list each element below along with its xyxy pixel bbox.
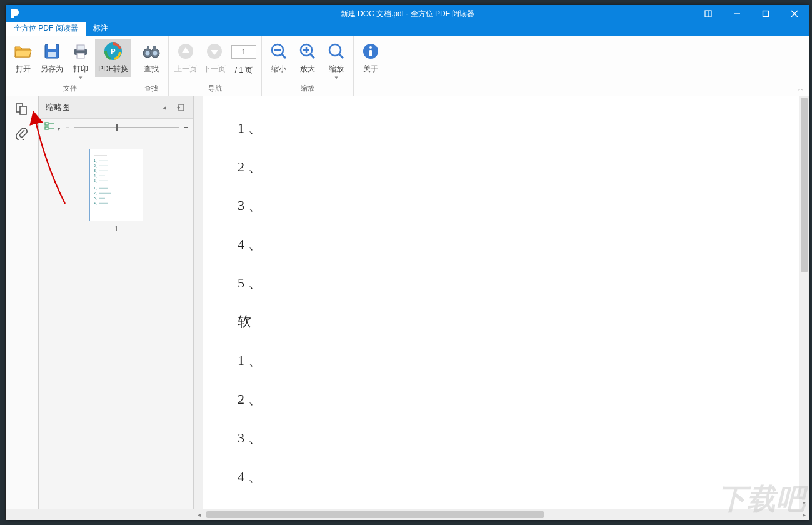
window-tabgroup-button[interactable] bbox=[694, 5, 723, 22]
svg-rect-38 bbox=[45, 127, 48, 129]
document-scroll-area[interactable]: 1、2、3、4、5、软1、2、3、4、软 bbox=[194, 96, 799, 509]
attachments-tab-icon[interactable] bbox=[15, 126, 30, 141]
file-group-label: 文件 bbox=[63, 82, 77, 96]
open-button[interactable]: 打开 bbox=[9, 39, 38, 77]
tab-annotate[interactable]: 标注 bbox=[86, 21, 116, 36]
pdf-convert-button[interactable]: P PDF转换 bbox=[95, 39, 131, 77]
ribbon-group-file: 打开 另存为 打印 ▼ P bbox=[6, 36, 134, 96]
window-minimize-button[interactable] bbox=[723, 5, 751, 22]
page-count-label: / 1 页 bbox=[235, 65, 253, 76]
main-area: 缩略图 ◂ ▾ − + ━━━━━━━ bbox=[6, 96, 809, 509]
panel-collapse-icon[interactable]: ◂ bbox=[158, 101, 171, 114]
ribbon-tabs: 全方位 PDF 阅读器 标注 bbox=[6, 22, 809, 36]
svg-rect-8 bbox=[48, 52, 56, 57]
thumbnail-page-1[interactable]: ━━━━━━━ 1、━━━2、━━━3、━━━4、━━5、━━━ 1、━━━2、… bbox=[89, 149, 143, 221]
thumbnail-title: 缩略图 bbox=[46, 102, 70, 113]
binoculars-icon bbox=[141, 41, 161, 61]
zoom-out-icon bbox=[269, 41, 289, 61]
page-number-control: / 1 页 bbox=[229, 39, 259, 78]
bottom-bar: ◂ ▸ bbox=[6, 509, 809, 520]
vertical-scrollbar[interactable]: ▾ bbox=[799, 96, 809, 509]
folder-open-icon bbox=[13, 41, 33, 61]
thumbnail-size-slider[interactable] bbox=[74, 127, 179, 128]
scroll-left-icon[interactable]: ◂ bbox=[194, 509, 204, 520]
svg-point-32 bbox=[369, 46, 372, 49]
thumb-zoom-out-icon[interactable]: − bbox=[65, 123, 69, 132]
next-page-label: 下一页 bbox=[203, 64, 226, 74]
document-line: 4、 bbox=[238, 458, 764, 496]
vertical-scroll-thumb[interactable] bbox=[801, 98, 808, 272]
svg-rect-10 bbox=[77, 45, 84, 50]
chevron-down-icon: ▼ bbox=[78, 77, 83, 79]
ribbon-toolbar: 打开 另存为 打印 ▼ P bbox=[6, 36, 809, 96]
slider-thumb[interactable] bbox=[116, 124, 118, 131]
svg-rect-16 bbox=[147, 46, 149, 50]
thumb-zoom-in-icon[interactable]: + bbox=[184, 123, 188, 132]
horizontal-scrollbar[interactable]: ◂ ▸ bbox=[194, 509, 809, 520]
save-as-label: 另存为 bbox=[41, 64, 63, 74]
arrow-up-icon bbox=[176, 41, 196, 61]
zoom-group-label: 缩放 bbox=[301, 82, 314, 96]
print-label: 打印 bbox=[73, 64, 88, 74]
document-line: 5、 bbox=[238, 264, 764, 302]
chevron-down-icon: ▼ bbox=[334, 77, 339, 79]
panel-pop-out-icon[interactable] bbox=[174, 101, 187, 114]
ribbon-group-nav: 上一页 下一页 / 1 页 导航 bbox=[169, 36, 262, 96]
ribbon-group-find: 查找 查找 bbox=[134, 36, 169, 96]
save-icon bbox=[42, 41, 62, 61]
horizontal-scroll-thumb[interactable] bbox=[206, 511, 544, 518]
thumbnail-panel-header: 缩略图 ◂ bbox=[39, 96, 193, 119]
convert-icon: P bbox=[103, 41, 123, 61]
window-title: 新建 DOC 文档.pdf - 全方位 PDF 阅读器 bbox=[341, 9, 475, 19]
svg-rect-7 bbox=[48, 44, 56, 49]
printer-icon bbox=[71, 41, 91, 61]
svg-rect-35 bbox=[20, 106, 26, 114]
thumbnail-options-icon[interactable]: ▾ bbox=[44, 122, 60, 132]
open-label: 打开 bbox=[16, 64, 31, 74]
svg-line-23 bbox=[281, 54, 286, 58]
document-line: 3、 bbox=[238, 419, 764, 458]
nav-group-label: 导航 bbox=[208, 82, 222, 96]
document-line: 1、 bbox=[238, 109, 764, 148]
page-number-input[interactable] bbox=[231, 45, 256, 59]
document-line: 2、 bbox=[238, 148, 764, 186]
zoom-out-button[interactable]: 缩小 bbox=[264, 39, 293, 77]
document-line: 2、 bbox=[238, 380, 764, 419]
svg-line-30 bbox=[339, 54, 343, 58]
print-button[interactable]: 打印 ▼ bbox=[66, 39, 95, 82]
window-maximize-button[interactable] bbox=[751, 5, 780, 22]
zoom-out-label: 缩小 bbox=[271, 64, 286, 74]
document-line: 4、 bbox=[238, 225, 764, 264]
svg-rect-37 bbox=[45, 122, 48, 125]
svg-rect-11 bbox=[77, 53, 84, 58]
scroll-right-icon[interactable]: ▸ bbox=[799, 509, 809, 520]
document-line: 软 bbox=[238, 496, 764, 509]
window-close-button[interactable] bbox=[780, 5, 809, 22]
zoom-in-button[interactable]: 放大 bbox=[293, 39, 322, 77]
prev-page-label: 上一页 bbox=[174, 64, 197, 74]
document-viewer: 1、2、3、4、5、软1、2、3、4、软 ▾ bbox=[194, 96, 809, 509]
find-button[interactable]: 查找 bbox=[137, 39, 166, 77]
document-page: 1、2、3、4、5、软1、2、3、4、软 bbox=[203, 96, 799, 509]
window-controls bbox=[694, 5, 809, 22]
tab-reader[interactable]: 全方位 PDF 阅读器 bbox=[6, 21, 86, 36]
app-window: 新建 DOC 文档.pdf - 全方位 PDF 阅读器 全方位 PDF 阅读器 … bbox=[6, 5, 809, 520]
ribbon-group-zoom: 缩小 放大 缩放 ▼ 缩放 bbox=[262, 36, 354, 96]
ribbon-collapse-button[interactable]: ︿ bbox=[798, 84, 804, 93]
thumbnails-tab-icon[interactable] bbox=[15, 102, 30, 118]
scroll-down-icon[interactable]: ▾ bbox=[799, 498, 809, 508]
save-as-button[interactable]: 另存为 bbox=[38, 39, 66, 77]
thumbnail-toolbar: ▾ − + bbox=[39, 119, 193, 136]
ribbon-group-about: 关于 bbox=[354, 36, 388, 96]
svg-text:P: P bbox=[111, 48, 115, 55]
arrow-down-icon bbox=[204, 41, 224, 61]
svg-point-18 bbox=[146, 51, 150, 56]
find-group-label: 查找 bbox=[144, 82, 158, 96]
app-logo-icon bbox=[9, 8, 21, 20]
zoom-level-button[interactable]: 缩放 ▼ bbox=[322, 39, 351, 82]
about-button[interactable]: 关于 bbox=[356, 39, 385, 77]
magnifier-icon bbox=[326, 41, 346, 61]
prev-page-button[interactable]: 上一页 bbox=[171, 39, 200, 77]
next-page-button[interactable]: 下一页 bbox=[200, 39, 229, 77]
about-label: 关于 bbox=[363, 64, 378, 74]
